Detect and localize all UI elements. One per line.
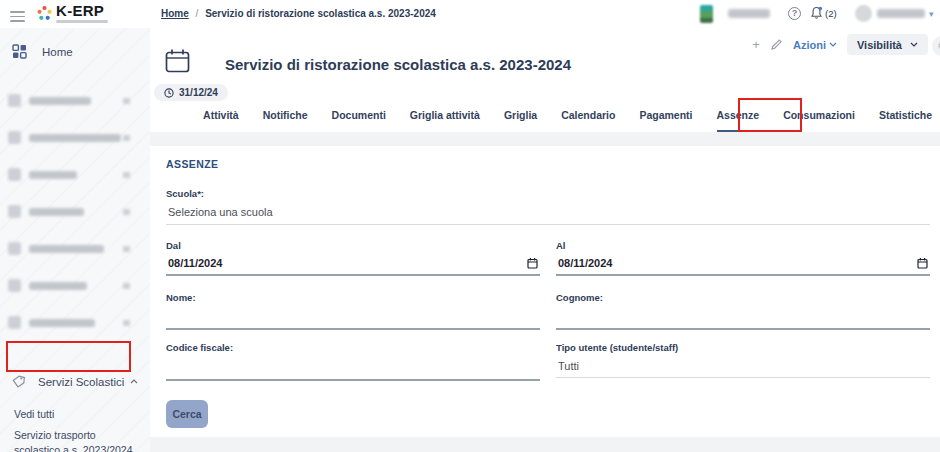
user-menu-chevron-down-icon[interactable]: ▾ — [929, 9, 934, 19]
dashboard-grid-icon — [12, 44, 27, 59]
sidebar-item-redacted[interactable] — [8, 277, 142, 295]
calendar-picker-icon — [917, 257, 928, 269]
tipo-utente-field: Tipo utente (studente/staff) Tutti — [556, 342, 930, 378]
sidebar-item-redacted[interactable] — [8, 240, 142, 258]
redacted-org-name — [728, 9, 770, 18]
sidebar-home-label: Home — [42, 46, 73, 58]
cerca-button[interactable]: Cerca — [166, 400, 208, 428]
org-badge-icon — [700, 5, 713, 23]
bell-icon — [810, 6, 823, 20]
tipo-utente-label: Tipo utente (studente/staff) — [556, 342, 930, 353]
tab-griglia[interactable]: Griglia — [504, 109, 537, 132]
page-header: Servizio di ristorazione scolastica a.s.… — [150, 28, 940, 132]
tab-attivita[interactable]: Attività — [203, 109, 239, 132]
logo-text: K-ERP — [56, 3, 108, 18]
page-title: Servizio di ristorazione scolastica a.s.… — [225, 56, 571, 73]
tab-pagamenti[interactable]: Pagamenti — [639, 109, 692, 132]
codice-fiscale-label: Codice fiscale: — [166, 342, 540, 353]
cognome-label: Cognome: — [556, 292, 930, 303]
date-badge: 31/12/24 — [154, 84, 228, 101]
codice-fiscale-input[interactable] — [166, 353, 540, 381]
edit-pencil-icon[interactable] — [770, 38, 783, 51]
nome-input[interactable] — [166, 303, 540, 330]
dal-field: Dal 08/11/2024 — [166, 240, 540, 276]
date-badge-value: 31/12/24 — [179, 87, 218, 98]
tab-bar: Attività Notifiche Documenti Griglia att… — [203, 109, 932, 132]
scuola-select[interactable]: Seleziona una scuola — [166, 199, 930, 225]
dal-value: 08/11/2024 — [168, 257, 222, 269]
cognome-input[interactable] — [556, 303, 930, 330]
nome-field: Nome: — [166, 292, 540, 330]
breadcrumb-home-link[interactable]: Home — [161, 8, 189, 19]
sidebar-servizi-label: Servizi Scolastici — [38, 376, 130, 388]
chevron-down-icon — [829, 42, 837, 47]
tab-documenti[interactable]: Documenti — [332, 109, 386, 132]
sidebar-link-vedi-tutti[interactable]: Vedi tutti — [14, 407, 140, 422]
section-title: ASSENZE — [166, 158, 218, 170]
azioni-label: Azioni — [793, 39, 826, 51]
nome-label: Nome: — [166, 292, 540, 303]
al-date-input[interactable]: 08/11/2024 — [556, 251, 930, 276]
sidebar-link-trasporto[interactable]: Servizio trasporto scolastico a.s. 2023/… — [14, 428, 140, 452]
sidebar: Home Servizi Scolastici Vedi tutti Servi… — [0, 28, 150, 452]
tag-icon — [12, 375, 25, 388]
notifications-button[interactable]: (2) — [810, 6, 837, 20]
azioni-dropdown[interactable]: Azioni — [793, 39, 837, 51]
page-actions: + Azioni Visibilità — [752, 34, 928, 55]
tipo-utente-select[interactable]: Tutti — [556, 353, 930, 378]
al-label: Al — [556, 240, 930, 251]
calendar-picker-icon — [527, 257, 538, 269]
clock-icon — [164, 88, 174, 98]
tab-statistiche[interactable]: Statistiche — [879, 109, 932, 132]
sidebar-item-redacted[interactable] — [8, 166, 142, 184]
breadcrumb-separator: / — [196, 8, 199, 19]
tab-assenze[interactable]: Assenze — [717, 109, 760, 132]
chevron-down-icon — [910, 42, 918, 47]
redacted-user-name — [877, 9, 925, 18]
notifications-count: (2) — [825, 8, 837, 19]
sidebar-item-redacted[interactable] — [8, 129, 142, 147]
visibilita-label: Visibilità — [857, 39, 902, 51]
tab-calendario[interactable]: Calendario — [561, 109, 615, 132]
dal-date-input[interactable]: 08/11/2024 — [166, 251, 540, 276]
logo-tagline — [56, 20, 108, 23]
tab-griglia-attivita[interactable]: Griglia attività — [410, 109, 480, 132]
top-bar: K-ERP Home / Servizio di ristorazione sc… — [0, 0, 940, 28]
breadcrumb: Home / Servizio di ristorazione scolasti… — [161, 8, 436, 19]
tab-notifiche[interactable]: Notifiche — [263, 109, 308, 132]
breadcrumb-current: Servizio di ristorazione scolastica a.s.… — [205, 8, 436, 19]
hamburger-menu-icon[interactable] — [10, 8, 25, 25]
help-icon[interactable]: ? — [788, 7, 801, 20]
al-field: Al 08/11/2024 — [556, 240, 930, 276]
sidebar-item-redacted[interactable] — [8, 203, 142, 221]
sidebar-item-redacted[interactable] — [8, 314, 142, 332]
logo-dots-icon — [36, 5, 53, 22]
scuola-label: Scuola*: — [166, 188, 930, 199]
al-value: 08/11/2024 — [558, 257, 612, 269]
tab-consumazioni[interactable]: Consumazioni — [783, 109, 855, 132]
cognome-field: Cognome: — [556, 292, 930, 330]
dal-label: Dal — [166, 240, 540, 251]
codice-fiscale-field: Codice fiscale: — [166, 342, 540, 381]
visibilita-button[interactable]: Visibilità — [847, 34, 928, 55]
gear-icon[interactable]: ⚙ — [932, 36, 940, 56]
sidebar-item-home[interactable]: Home — [12, 44, 73, 59]
assenze-panel: ASSENZE Scuola*: Seleziona una scuola Da… — [150, 146, 940, 437]
calendar-title-icon — [164, 48, 191, 75]
app-logo: K-ERP — [36, 3, 108, 23]
add-button[interactable]: + — [752, 35, 760, 55]
sidebar-item-redacted[interactable] — [8, 92, 142, 110]
scuola-field: Scuola*: Seleziona una scuola — [166, 188, 930, 225]
chevron-up-icon — [130, 379, 138, 384]
user-avatar[interactable] — [855, 5, 872, 22]
sidebar-item-servizi-scolastici[interactable]: Servizi Scolastici — [12, 375, 138, 388]
